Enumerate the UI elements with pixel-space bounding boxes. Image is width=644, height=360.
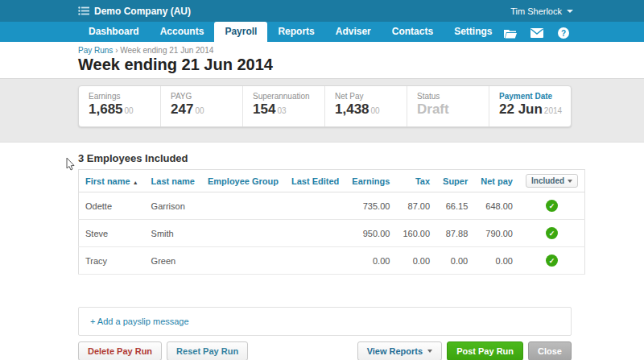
cell-earnings: 0.00 [345, 247, 396, 275]
cell-employee-group [201, 247, 285, 275]
cell-tax: 0.00 [396, 247, 436, 275]
cell-super: 87.88 [436, 220, 474, 247]
summary-band: Earnings 1,68500 PAYG 24700 Superannuati… [0, 78, 644, 143]
included-filter-button[interactable]: Included [526, 174, 578, 188]
tab-dashboard[interactable]: Dashboard [78, 22, 150, 42]
summary-earnings: Earnings 1,68500 [79, 86, 161, 126]
summary-net-pay-value: 1,438 [335, 101, 369, 117]
table-row[interactable]: Odette Garrison 735.00 87.00 66.15 648.0… [79, 192, 585, 220]
cell-employee-group [201, 220, 285, 247]
user-menu[interactable]: Tim Sherlock [510, 6, 573, 16]
tab-payroll[interactable]: Payroll [214, 22, 267, 42]
tab-accounts[interactable]: Accounts [150, 22, 215, 42]
files-folder-icon[interactable] [504, 27, 517, 39]
tab-reports[interactable]: Reports [267, 22, 324, 42]
cell-last-name: Smith [145, 220, 201, 247]
cell-last-edited [285, 247, 345, 275]
mail-icon[interactable] [530, 27, 543, 39]
chevron-down-icon [567, 10, 573, 13]
breadcrumb-current: Week ending 21 Jun 2014 [120, 46, 213, 55]
col-last-name[interactable]: Last name [145, 170, 201, 192]
included-check-icon[interactable]: ✓ [546, 200, 558, 212]
user-name: Tim Sherlock [510, 6, 562, 16]
col-earnings[interactable]: Earnings [345, 170, 396, 192]
cell-first-name: Odette [79, 192, 145, 220]
col-employee-group[interactable]: Employee Group [201, 170, 285, 192]
payment-date-year: 2014 [544, 106, 562, 115]
summary-payg: PAYG 24700 [161, 86, 243, 126]
view-reports-button[interactable]: View Reports [357, 341, 443, 360]
mouse-cursor [66, 158, 75, 174]
tab-settings[interactable]: Settings [444, 22, 502, 42]
summary-earnings-value: 1,685 [89, 101, 123, 117]
company-name: Demo Company (AU) [94, 6, 191, 17]
cell-last-name: Garrison [145, 192, 201, 220]
payment-date-value: 22 Jun [499, 101, 543, 117]
col-net-pay[interactable]: Net pay [474, 170, 519, 192]
payslip-message-box: + Add a payslip message [78, 307, 572, 336]
cell-super: 0.00 [436, 247, 474, 275]
cell-net-pay: 790.00 [474, 220, 519, 247]
nav-icon-group: ? [504, 27, 570, 42]
tab-adviser[interactable]: Adviser [325, 22, 382, 42]
included-check-icon[interactable]: ✓ [546, 254, 558, 267]
add-payslip-message-link[interactable]: + Add a payslip message [90, 317, 189, 326]
sort-asc-icon: ▲ [133, 180, 138, 185]
caret-down-icon [427, 350, 432, 353]
help-question-glyph: ? [558, 27, 569, 39]
page-title: Week ending 21 Jun 2014 [78, 56, 644, 73]
cell-first-name: Steve [79, 220, 145, 247]
status-badge: Draft [417, 101, 489, 118]
employees-heading: 3 Employees Included [78, 152, 572, 164]
cell-first-name: Tracy [79, 247, 145, 275]
table-row[interactable]: Tracy Green 0.00 0.00 0.00 0.00 ✓ [79, 247, 585, 275]
summary-superannuation-cents: 03 [277, 106, 286, 115]
summary-status: Status Draft [407, 86, 489, 126]
summary-status-label: Status [417, 92, 489, 101]
breadcrumb-separator: › [115, 46, 118, 55]
col-super[interactable]: Super [436, 170, 474, 192]
cell-earnings: 950.00 [345, 220, 396, 247]
cell-net-pay: 0.00 [474, 247, 519, 275]
post-pay-run-button[interactable]: Post Pay Run [447, 341, 523, 360]
breadcrumb: Pay Runs › Week ending 21 Jun 2014 [78, 46, 644, 55]
main-nav: Dashboard Accounts Payroll Reports Advis… [0, 22, 644, 42]
cell-last-edited [285, 220, 345, 247]
summary-net-pay-label: Net Pay [335, 92, 407, 101]
table-header-row: First name▲ Last name Employee Group Las… [79, 170, 585, 192]
summary-superannuation: Superannuation 15403 [243, 86, 325, 126]
main-content: 3 Employees Included First name▲ Last na… [78, 152, 572, 360]
cell-net-pay: 648.00 [474, 192, 519, 220]
summary-earnings-label: Earnings [89, 92, 160, 101]
col-last-edited[interactable]: Last Edited [285, 170, 345, 192]
summary-net-pay: Net Pay 1,43800 [325, 86, 407, 126]
summary-earnings-cents: 00 [125, 106, 134, 115]
tab-contacts[interactable]: Contacts [382, 22, 444, 42]
cell-tax: 160.00 [396, 220, 436, 247]
summary-superannuation-value: 154 [253, 101, 275, 117]
cell-earnings: 735.00 [345, 192, 396, 220]
cell-super: 66.15 [436, 192, 474, 220]
payment-date-link[interactable]: Payment Date [499, 92, 571, 101]
cell-employee-group [201, 192, 285, 220]
delete-pay-run-button[interactable]: Delete Pay Run [78, 341, 162, 360]
close-button[interactable]: Close [528, 341, 572, 360]
summary-payg-cents: 00 [195, 106, 204, 115]
action-bar: Delete Pay Run Reset Pay Run View Report… [78, 341, 572, 360]
breadcrumb-pay-runs-link[interactable]: Pay Runs [78, 46, 113, 55]
summary-net-pay-cents: 00 [371, 106, 380, 115]
top-bar: Demo Company (AU) Tim Sherlock [0, 0, 644, 22]
primary-actions: View Reports Post Pay Run Close [357, 341, 572, 360]
org-switcher[interactable]: Demo Company (AU) [78, 4, 191, 19]
summary-payg-value: 247 [171, 101, 193, 117]
reset-pay-run-button[interactable]: Reset Pay Run [167, 341, 248, 360]
col-tax[interactable]: Tax [396, 170, 436, 192]
table-row[interactable]: Steve Smith 950.00 160.00 87.88 790.00 ✓ [79, 220, 585, 247]
included-check-icon[interactable]: ✓ [546, 227, 558, 239]
help-icon[interactable]: ? [557, 27, 570, 39]
pay-run-summary-card: Earnings 1,68500 PAYG 24700 Superannuati… [78, 85, 572, 127]
caret-down-icon [568, 180, 572, 183]
nav-tabs: Dashboard Accounts Payroll Reports Advis… [78, 22, 502, 42]
org-menu-icon [78, 4, 89, 19]
col-first-name[interactable]: First name▲ [79, 170, 145, 192]
